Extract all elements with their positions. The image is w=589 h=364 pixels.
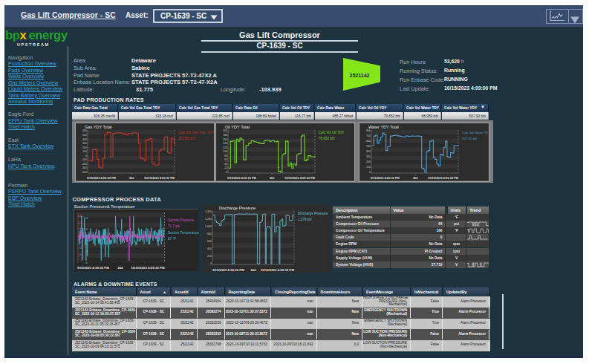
svg-text:9/15/2023 4:09:32 PM: 9/15/2023 4:09:32 PM [212,267,244,271]
svg-text:30d: 30d [412,176,417,180]
svg-text:0: 0 [226,171,227,174]
svg-text:100: 100 [84,228,88,231]
svg-text:200: 200 [82,146,87,149]
svg-text:-200: -200 [82,163,87,166]
svg-text:100: 100 [223,150,227,153]
svg-text:30d: 30d [117,266,123,270]
svg-text:40: 40 [224,163,227,166]
svg-text:10/15/2023 4:09:32 PM: 10/15/2023 4:09:32 PM [131,266,165,270]
svg-text:400: 400 [82,138,87,141]
svg-text:600: 600 [207,240,212,243]
svg-text:140: 140 [78,215,82,218]
svg-text:100: 100 [366,166,371,169]
svg-text:9/15/2023 4:09:32 PM: 9/15/2023 4:09:32 PM [371,176,400,180]
svg-text:2521142: 2521142 [350,73,370,78]
svg-text:80: 80 [85,239,88,242]
svg-text:Water YDY Total: Water YDY Total [368,125,399,129]
svg-text:507.92 bbl: 507.92 bbl [462,137,477,140]
svg-text:300: 300 [82,142,87,145]
svg-text:30d: 30d [270,176,275,180]
svg-text:800: 800 [366,129,371,132]
svg-text:1,278 psi: 1,278 psi [298,217,312,221]
svg-text:10/15/2023 4:09:32 PM: 10/15/2023 4:09:32 PM [260,267,294,271]
svg-text:40: 40 [79,247,82,250]
svg-text:80: 80 [79,234,82,237]
svg-text:10/15/2023 4:09:32 PM: 10/15/2023 4:09:32 PM [284,176,315,180]
svg-text:Calc Vol Oil YDY: Calc Vol Oil YDY [319,131,344,134]
svg-text:500: 500 [366,145,371,148]
svg-text:400: 400 [207,247,212,250]
svg-text:60: 60 [85,250,88,253]
svg-text:Suction Pressure: Suction Pressure [168,218,194,222]
svg-text:20: 20 [224,166,227,169]
svg-text:0: 0 [369,171,371,174]
svg-text:9/15/2023 4:09:32 PM: 9/15/2023 4:09:32 PM [87,176,116,180]
svg-text:1,000: 1,000 [205,224,212,227]
svg-text:60: 60 [79,241,82,244]
svg-text:60: 60 [224,158,227,161]
svg-text:100: 100 [78,227,82,230]
svg-text:120: 120 [223,146,227,149]
svg-text:-400: -400 [82,171,87,174]
svg-text:30d: 30d [129,176,134,180]
svg-text:30d: 30d [250,267,256,271]
svg-text:180: 180 [223,134,227,137]
svg-text:Calc Vol Water YDY: Calc Vol Water YDY [462,131,489,134]
svg-text:9/15/2023 4:09:32 PM: 9/15/2023 4:09:32 PM [77,266,109,270]
svg-text:120: 120 [78,221,82,224]
svg-text:221.85 mcf: 221.85 mcf [178,137,195,140]
svg-text:-100: -100 [82,158,87,161]
svg-text:200: 200 [366,160,371,163]
svg-text:40: 40 [85,261,88,264]
svg-text:80: 80 [224,155,227,157]
svg-text:Oil YDY Total: Oil YDY Total [225,125,250,129]
svg-text:160: 160 [223,138,227,141]
svg-text:Discharge Pressure: Discharge Pressure [298,211,328,215]
svg-text:500: 500 [82,134,87,137]
svg-text:87 °F: 87 °F [168,237,176,241]
svg-text:100: 100 [82,150,87,153]
svg-text:71.7 psi: 71.7 psi [168,224,180,228]
svg-text:10/15/2023 4:09:32 PM: 10/15/2023 4:09:32 PM [428,176,458,180]
svg-text:10/15/2023 4:09:32 PM: 10/15/2023 4:09:32 PM [144,176,175,180]
svg-text:600: 600 [366,140,371,143]
svg-text:0: 0 [81,259,82,262]
svg-text:Calc Vol Gas Total YDY: Calc Vol Gas Total YDY [178,131,214,134]
svg-text:200: 200 [207,255,212,258]
svg-text:300: 300 [366,155,371,158]
svg-text:0: 0 [210,262,212,265]
svg-text:9/15/2023 4:09:32 PM: 9/15/2023 4:09:32 PM [227,176,256,180]
svg-text:20: 20 [79,253,82,256]
svg-text:1,400: 1,400 [205,209,212,212]
svg-text:400: 400 [366,150,371,153]
svg-text:600: 600 [82,129,87,132]
svg-text:-300: -300 [82,166,87,169]
svg-text:Gas YDY Total: Gas YDY Total [85,125,111,129]
svg-text:Suction Temperature: Suction Temperature [168,231,199,235]
svg-text:Discharge Pressure: Discharge Pressure [219,205,256,209]
svg-text:0: 0 [85,155,87,157]
svg-text:140: 140 [223,142,227,145]
svg-text:800: 800 [207,232,212,235]
svg-text:700: 700 [366,134,371,137]
svg-text:200: 200 [223,129,227,132]
svg-text:1,200: 1,200 [205,217,212,220]
svg-text:120: 120 [84,217,88,220]
svg-text:76.652 bbl: 76.652 bbl [319,137,334,140]
